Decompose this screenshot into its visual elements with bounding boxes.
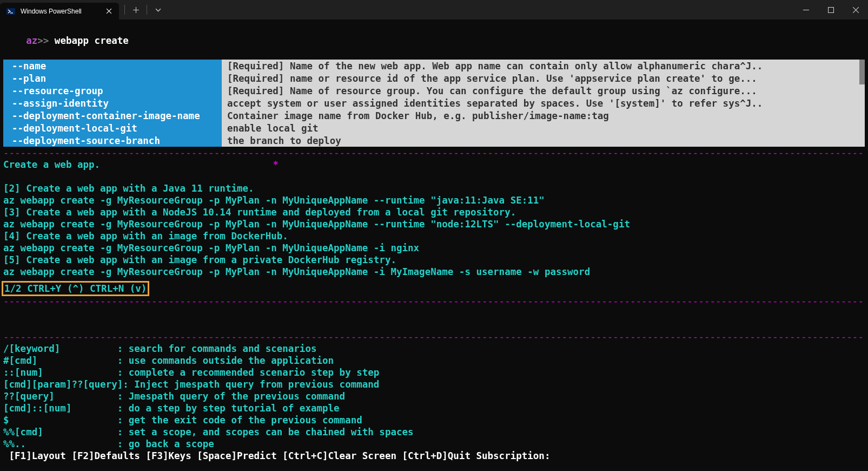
prompt-command: webapp create [55, 35, 129, 46]
help-line: [cmd]::[num] : do a step by step tutoria… [3, 402, 865, 414]
powershell-icon [6, 7, 15, 16]
completion-desc-column: [Required] Name of the new web app. Web … [222, 60, 865, 147]
completion-desc: the branch to deploy [222, 134, 865, 147]
completion-flag[interactable]: --name [3, 60, 222, 72]
completion-desc: Container image name from Docker Hub, e.… [222, 109, 865, 122]
new-tab-button[interactable] [127, 2, 144, 17]
titlebar: Windows PowerShell [0, 0, 868, 19]
tab-powershell[interactable]: Windows PowerShell [0, 3, 119, 19]
completion-desc: [Required] name or resource id of the ap… [222, 72, 865, 84]
tab-close-button[interactable] [104, 6, 114, 16]
completion-flags-column: --name--plan--resource-group--assign-ide… [3, 60, 222, 147]
divider-3: ----------------------------------------… [3, 331, 865, 343]
divider-1: ----------------------------------------… [3, 147, 865, 159]
prompt-arrows: >> [37, 35, 49, 46]
help-block: /[keyword] : search for commands and sce… [3, 343, 865, 450]
completion-flag[interactable]: --assign-identity [3, 97, 222, 109]
example-line: az webapp create -g MyResourceGroup -p M… [3, 194, 865, 206]
minimize-button[interactable] [793, 0, 818, 19]
example-line: [2] Create a web app with a Java 11 runt… [3, 182, 865, 194]
loading-star-icon: * [273, 159, 279, 170]
svg-rect-1 [828, 7, 833, 12]
help-line: /[keyword] : search for commands and sce… [3, 343, 865, 355]
example-line: [3] Create a web app with a NodeJS 10.14… [3, 206, 865, 218]
help-line: ??[query] : Jmespath query of the previo… [3, 390, 865, 402]
help-line: %%.. : go back a scope [3, 438, 865, 450]
divider-2: ----------------------------------------… [3, 295, 865, 307]
completion-scrollbar-thumb[interactable] [859, 60, 865, 84]
close-button[interactable] [843, 0, 868, 19]
completion-dropdown[interactable]: --name--plan--resource-group--assign-ide… [3, 60, 865, 147]
help-line: ::[num] : complete a recommended scenari… [3, 367, 865, 378]
prompt-az: az [26, 35, 37, 46]
example-line: [4] Create a web app with an image from … [3, 230, 865, 242]
description-title: Create a web app. [3, 159, 100, 171]
tab-dropdown-button[interactable] [149, 2, 167, 17]
completion-flag[interactable]: --deployment-local-git [3, 122, 222, 134]
window-controls [793, 0, 868, 19]
completion-desc: [Required] Name of resource group. You c… [222, 84, 865, 97]
completion-flag[interactable]: --deployment-container-image-name [3, 109, 222, 122]
help-line: [cmd][param]??[query]: Inject jmespath q… [3, 378, 865, 390]
completion-flag[interactable]: --plan [3, 72, 222, 84]
tab-title: Windows PowerShell [21, 5, 98, 17]
help-line: %%[cmd] : set a scope, and scopes can be… [3, 426, 865, 438]
help-line: $ : get the exit code of the previous co… [3, 414, 865, 426]
tabbar-actions [119, 0, 171, 19]
tabbar-divider-2 [147, 5, 147, 15]
example-line: az webapp create -g MyResourceGroup -p M… [3, 242, 865, 254]
completion-desc: [Required] Name of the new web app. Web … [222, 60, 865, 72]
help-line: #[cmd] : use commands outside the applic… [3, 355, 865, 367]
example-line: [5] Create a web app with an image from … [3, 254, 865, 266]
prompt-line: az>> webapp create [3, 23, 865, 58]
example-line: az webapp create -g MyResourceGroup -p M… [3, 218, 865, 230]
completion-desc: enable local git [222, 122, 865, 134]
pager-indicator: 1/2 CTRL+Y (^) CTRL+N (v) [2, 281, 149, 296]
examples-block: [2] Create a web app with a Java 11 runt… [3, 182, 865, 278]
status-bar: [F1]Layout [F2]Defaults [F3]Keys [Space]… [3, 450, 865, 462]
terminal-body[interactable]: az>> webapp create --name--plan--resourc… [0, 19, 868, 462]
completion-flag[interactable]: --deployment-source-branch [3, 134, 222, 147]
completion-desc: accept system or user assigned identitie… [222, 97, 865, 109]
example-line: az webapp create -g MyResourceGroup -p M… [3, 266, 865, 278]
maximize-button[interactable] [818, 0, 843, 19]
completion-flag[interactable]: --resource-group [3, 84, 222, 97]
tabbar-divider [124, 5, 125, 15]
